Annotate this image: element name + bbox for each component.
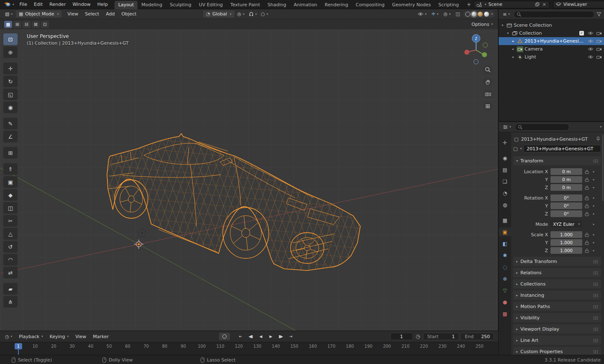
transform-field-scale-x[interactable]: 1.000 — [550, 231, 582, 238]
overlays-toggle[interactable]: ◎▾ — [442, 11, 452, 17]
timeline-menu-playback[interactable]: Playback▾ — [15, 333, 46, 340]
lock-open-icon[interactable] — [584, 204, 590, 208]
menu-render[interactable]: Render — [46, 1, 69, 8]
tool-inset[interactable]: ▣ — [3, 176, 18, 188]
playhead-line[interactable] — [18, 349, 19, 355]
transform-field-location-x[interactable]: 0 m — [550, 168, 582, 175]
current-frame-field[interactable]: 1 — [390, 333, 413, 340]
properties-options-icon[interactable]: ▾ — [600, 125, 601, 129]
tool-annotate[interactable]: ✎ — [3, 118, 18, 129]
outliner-row-object-light[interactable]: ▸Light — [499, 53, 604, 61]
panel-line-art[interactable]: ▸Line Art — [513, 336, 601, 345]
tool-transform[interactable]: ◉ — [3, 101, 18, 113]
timeline-menu-view[interactable]: View — [72, 333, 89, 340]
transform-field-z[interactable]: 1.000 — [550, 247, 582, 254]
outliner-row-object-genesis[interactable]: ▸2013+Hyundia+Genesis+GT — [499, 37, 604, 45]
gizmo-z-neg-axis[interactable] — [474, 60, 479, 64]
keyframe-dot-icon[interactable]: • — [591, 169, 596, 174]
menu-help[interactable]: Help — [94, 1, 111, 8]
tool-poly-build[interactable]: △ — [3, 228, 18, 240]
tool-edge-slide[interactable]: ⇄ — [3, 267, 18, 278]
current-frame-indicator[interactable]: 1 — [15, 343, 22, 349]
camera-restrict-icon[interactable] — [596, 39, 602, 43]
eye-icon[interactable] — [588, 55, 594, 59]
tool-cursor[interactable]: ⊕ — [3, 46, 18, 58]
orientation-select[interactable]: ◔Global▾ — [203, 10, 234, 18]
properties-tab-material[interactable]: ● — [499, 298, 511, 306]
select-mode-intersect[interactable]: ⊡ — [41, 21, 49, 28]
tool-add-cube[interactable]: ⊞ — [3, 147, 18, 159]
menu-edit[interactable]: Edit — [31, 1, 46, 8]
panel-viewport-display[interactable]: ▸Viewport Display — [513, 324, 601, 334]
transform-field-z[interactable]: 0 m — [550, 184, 582, 191]
start-frame-field[interactable]: Start1 — [423, 333, 459, 340]
keyframe-dot-icon[interactable]: • — [591, 177, 596, 182]
camera-view-button[interactable] — [483, 89, 492, 99]
properties-tab-modifiers[interactable]: ◧ — [499, 239, 511, 248]
tool-loop-cut[interactable]: ◫ — [3, 202, 18, 214]
workspace-tab-shading[interactable]: Shading — [264, 1, 290, 9]
pin-icon[interactable] — [596, 136, 600, 142]
transform-panel-header[interactable]: ▾ Transform — [513, 156, 601, 165]
outliner-row-scene-collection[interactable]: ▾Scene Collection — [499, 21, 604, 29]
zoom-button[interactable] — [483, 65, 492, 74]
properties-tab-object[interactable]: ▣ — [499, 228, 511, 236]
select-mode-invert[interactable]: ⊠ — [32, 21, 40, 28]
jump-to-start-button[interactable]: ⇤ — [236, 332, 245, 341]
keyframe-dot-icon[interactable]: • — [591, 204, 596, 208]
workspace-tab-layout[interactable]: Layout — [115, 1, 138, 9]
checkbox-icon[interactable]: ✓ — [579, 31, 584, 35]
workspace-tab-scripting[interactable]: Scripting — [435, 1, 463, 9]
keyframe-dot-icon[interactable]: • — [591, 212, 596, 216]
new-scene-icon[interactable] — [535, 2, 540, 7]
workspace-tab-uv-editing[interactable]: UV Editing — [195, 1, 227, 9]
tool-rotate[interactable]: ↻ — [3, 76, 18, 87]
filter-icon[interactable] — [596, 12, 601, 17]
keying-clock-icon[interactable]: ◷ — [416, 334, 420, 339]
shading-rendered-button[interactable] — [484, 12, 489, 17]
panel-collections[interactable]: ▸Collections — [513, 279, 601, 288]
view-layer-selector[interactable]: ViewLayer × — [553, 1, 604, 8]
previous-keyframe-button[interactable]: ◀▮ — [246, 332, 255, 341]
properties-tab-constraints[interactable]: ⊗ — [499, 274, 511, 283]
panel-relations[interactable]: ▸Relations — [513, 268, 601, 277]
auto-keying-toggle[interactable] — [219, 333, 230, 340]
mode-select[interactable]: ▦Object Mode▾ — [16, 10, 61, 18]
eye-icon[interactable] — [588, 31, 594, 35]
menu-window[interactable]: Window — [69, 1, 94, 8]
tool-scale[interactable]: ◱ — [3, 88, 18, 100]
outliner-search[interactable] — [514, 11, 594, 18]
viewport-menu-object[interactable]: Object — [118, 10, 140, 18]
add-workspace-button[interactable]: + — [464, 2, 474, 8]
tool-extrude[interactable]: ⇑ — [3, 163, 18, 175]
viewport-menu-view[interactable]: View — [64, 10, 82, 18]
ortho-toggle-button[interactable]: ⊞ — [483, 101, 492, 111]
lock-open-icon[interactable] — [584, 177, 590, 182]
pivot-point-button[interactable]: ◎▾ — [236, 11, 246, 17]
properties-tab-collection[interactable]: ▦ — [499, 216, 511, 225]
properties-tab-object-data[interactable]: ▽ — [499, 286, 511, 295]
camera-restrict-icon[interactable] — [596, 31, 602, 35]
properties-tab-output[interactable]: ▤ — [499, 165, 511, 174]
gizmo-y-neg-axis[interactable] — [483, 43, 488, 48]
shading-material-button[interactable] — [478, 12, 483, 17]
tool-select-box[interactable]: ⊡ — [3, 33, 18, 45]
properties-editor-type-button[interactable]: ▾ — [501, 124, 513, 130]
eye-icon[interactable] — [588, 47, 594, 51]
search-input[interactable] — [523, 12, 591, 17]
transform-field-y[interactable]: 0° — [550, 202, 582, 209]
transform-field-z[interactable]: 0° — [550, 210, 582, 217]
menu-file[interactable]: File — [16, 1, 31, 8]
tool-knife[interactable]: ✂ — [3, 215, 18, 227]
viewport-menu-select[interactable]: Select — [82, 10, 102, 18]
select-mode-extend[interactable]: ⊞ — [13, 21, 21, 28]
eye-icon[interactable] — [588, 39, 594, 43]
workspace-tab-modeling[interactable]: Modeling — [138, 1, 166, 9]
timeline-ruler[interactable]: 1 10203040506070809010011012013014015016… — [0, 342, 498, 355]
snap-toggle[interactable]: ▾ — [247, 11, 258, 17]
disclosure-open-icon[interactable]: ▾ — [500, 23, 505, 27]
lock-open-icon[interactable] — [584, 185, 590, 190]
unlink-scene-icon[interactable]: × — [542, 2, 547, 7]
tool-bevel[interactable]: ◆ — [3, 189, 18, 201]
tool-shear[interactable]: ▰ — [3, 283, 18, 295]
